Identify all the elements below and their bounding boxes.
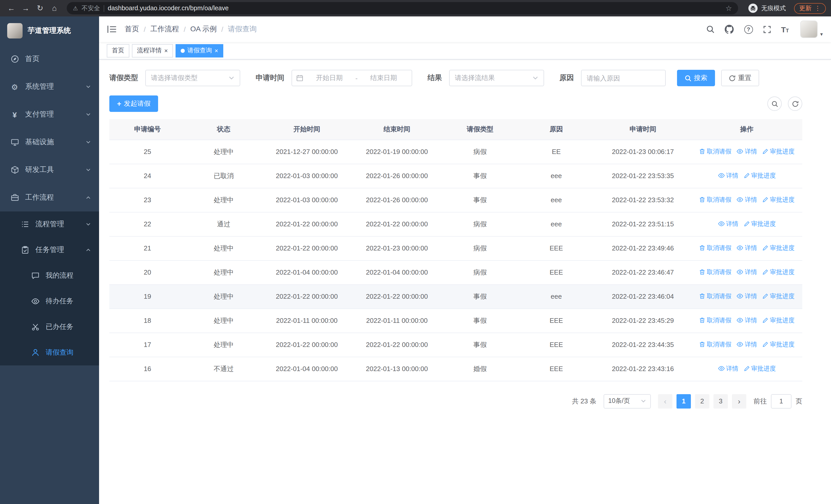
progress-action-link[interactable]: 审批进度	[762, 196, 795, 204]
start-date-placeholder[interactable]: 开始日期	[306, 73, 353, 83]
font-size-icon[interactable]: TT	[781, 25, 789, 34]
sidebar-item-payment[interactable]: ¥ 支付管理	[0, 100, 99, 128]
cell-actions: 取消请假详情审批进度	[691, 284, 802, 308]
chevron-down-icon	[532, 75, 539, 81]
detail-action-link[interactable]: 详情	[737, 340, 757, 349]
refresh-table-button[interactable]	[788, 96, 802, 111]
sidebar-item-workflow[interactable]: 工作流程	[0, 184, 99, 211]
screen: ← → ↻ ⌂ ⚠ 不安全 dashboard.yudao.iocoder.cn…	[0, 0, 831, 504]
reason-input[interactable]	[587, 74, 660, 82]
help-icon[interactable]: ?	[744, 25, 753, 34]
cell-status: 处理中	[185, 140, 262, 164]
page-size-select[interactable]: 10条/页	[604, 394, 651, 408]
active-tab-dot	[181, 49, 185, 53]
toggle-search-button[interactable]	[767, 96, 782, 111]
next-icon: ›	[738, 397, 740, 406]
user-icon	[31, 349, 39, 357]
detail-action-link[interactable]: 详情	[718, 220, 738, 228]
bookmark-star-icon[interactable]: ☆	[725, 4, 732, 12]
progress-action-link[interactable]: 审批进度	[762, 292, 795, 301]
progress-action-link[interactable]: 审批进度	[744, 171, 776, 180]
tab-home[interactable]: 首页	[107, 44, 130, 57]
prev-page-button[interactable]: ‹	[658, 394, 672, 408]
sidebar-item-home[interactable]: 首页	[0, 45, 99, 73]
detail-action-link[interactable]: 详情	[718, 364, 738, 373]
search-button[interactable]: 搜索	[677, 70, 715, 86]
cell-apply-time: 2022-01-22 23:44:35	[594, 333, 691, 357]
progress-action-link[interactable]: 审批进度	[762, 244, 795, 253]
browser-menu-icon[interactable]: ⋮	[814, 5, 821, 12]
sidebar-item-dev-tools[interactable]: 研发工具	[0, 156, 99, 184]
sidebar-item-my-processes[interactable]: 我的流程	[0, 263, 99, 289]
cell-request-id: 19	[109, 284, 185, 308]
cancel-action-link[interactable]: 取消请假	[699, 292, 732, 301]
sidebar-item-todo-tasks[interactable]: 待办任务	[0, 289, 99, 314]
cell-reason: EEE	[518, 260, 594, 284]
next-page-button[interactable]: ›	[732, 394, 746, 408]
detail-action-link[interactable]: 详情	[737, 316, 757, 325]
cancel-action-link[interactable]: 取消请假	[699, 244, 732, 253]
leave-type-select[interactable]: 请选择请假类型	[145, 70, 240, 86]
progress-action-link[interactable]: 审批进度	[744, 364, 776, 373]
detail-action-link[interactable]: 详情	[737, 196, 757, 204]
browser-back-icon[interactable]: ←	[5, 0, 18, 17]
goto-page-input[interactable]	[771, 394, 792, 408]
browser-home-icon[interactable]: ⌂	[48, 0, 61, 17]
end-date-placeholder[interactable]: 结束日期	[360, 73, 407, 83]
detail-action-link[interactable]: 详情	[737, 147, 757, 156]
result-label: 结果	[428, 73, 442, 83]
sidebar-item-label: 我的流程	[46, 271, 91, 280]
result-select[interactable]: 请选择流结果	[449, 70, 544, 86]
progress-action-link[interactable]: 审批进度	[762, 147, 795, 156]
cancel-action-link[interactable]: 取消请假	[699, 316, 732, 325]
sidebar-item-process-management[interactable]: 流程管理	[0, 211, 99, 237]
create-leave-button[interactable]: + 发起请假	[109, 95, 158, 112]
security-warning-label[interactable]: 不安全	[82, 4, 100, 12]
cell-status: 通过	[185, 212, 262, 236]
detail-action-link[interactable]: 详情	[737, 292, 757, 301]
sidebar-item-system[interactable]: ⚙ 系统管理	[0, 73, 99, 100]
breadcrumb-item[interactable]: 工作流程	[150, 25, 179, 34]
sidebar-item-task-management[interactable]: 任务管理	[0, 237, 99, 263]
cell-actions: 取消请假详情审批进度	[691, 308, 802, 333]
user-menu[interactable]: ▾	[800, 21, 823, 38]
cancel-action-link[interactable]: 取消请假	[699, 340, 732, 349]
cancel-action-link[interactable]: 取消请假	[699, 268, 732, 277]
address-bar[interactable]: ⚠ 不安全 dashboard.yudao.iocoder.cn/bpm/oa/…	[67, 2, 738, 14]
page-button-1[interactable]: 1	[677, 394, 691, 408]
detail-action-link[interactable]: 详情	[718, 171, 738, 180]
fullscreen-icon[interactable]	[763, 25, 771, 33]
browser-update-menu-button[interactable]: 更新 ⋮	[794, 3, 826, 13]
sidebar-item-done-tasks[interactable]: 已办任务	[0, 314, 99, 340]
breadcrumb-item[interactable]: 首页	[125, 25, 139, 34]
sidebar-toggle-icon[interactable]	[107, 25, 116, 33]
close-icon[interactable]: ×	[214, 48, 218, 54]
browser-reload-icon[interactable]: ↻	[34, 0, 46, 17]
tab-process-detail[interactable]: 流程详情 ×	[132, 44, 173, 57]
reset-button[interactable]: 重置	[721, 70, 759, 86]
close-icon[interactable]: ×	[164, 48, 168, 54]
progress-action-link[interactable]: 审批进度	[744, 220, 776, 228]
apply-time-range-picker[interactable]: 开始日期 - 结束日期	[291, 70, 412, 86]
progress-action-link[interactable]: 审批进度	[762, 268, 795, 277]
browser-forward-icon[interactable]: →	[20, 0, 32, 17]
sidebar-item-label: 待办任务	[46, 297, 91, 306]
search-icon[interactable]	[706, 25, 714, 33]
url-text[interactable]: dashboard.yudao.iocoder.cn/bpm/oa/leave	[108, 5, 722, 12]
page-button-3[interactable]: 3	[713, 394, 728, 408]
avatar[interactable]	[800, 21, 818, 38]
progress-action-link[interactable]: 审批进度	[762, 340, 795, 349]
github-icon[interactable]	[724, 25, 734, 34]
cancel-action-link[interactable]: 取消请假	[699, 196, 732, 204]
breadcrumb-item[interactable]: OA 示例	[191, 25, 217, 34]
tab-leave-query[interactable]: 请假查询 ×	[175, 44, 223, 57]
cell-request-id: 25	[109, 140, 185, 164]
page-button-2[interactable]: 2	[695, 394, 709, 408]
cancel-action-link[interactable]: 取消请假	[699, 147, 732, 156]
detail-action-link[interactable]: 详情	[737, 244, 757, 253]
progress-action-link[interactable]: 审批进度	[762, 316, 795, 325]
detail-action-link[interactable]: 详情	[737, 268, 757, 277]
sidebar-item-infrastructure[interactable]: 基础设施	[0, 128, 99, 156]
app-logo[interactable]: 芋道管理系统	[0, 17, 99, 45]
sidebar-item-leave-query[interactable]: 请假查询	[0, 340, 99, 365]
